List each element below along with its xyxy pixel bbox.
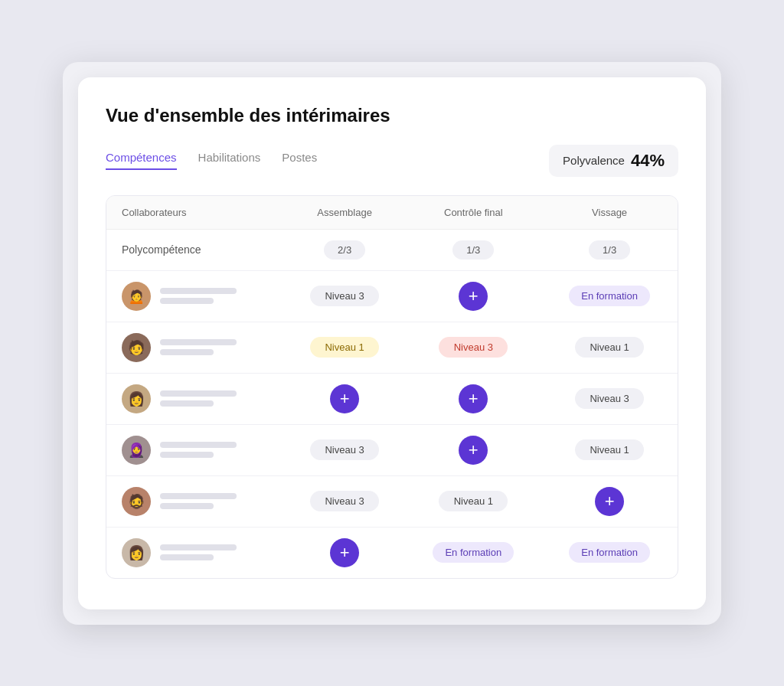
collaborateur-info: 🧑 [122, 333, 269, 362]
name-line-long [160, 544, 237, 550]
avatar: 🧕 [122, 436, 151, 465]
collaborateur-info: 👩 [122, 384, 269, 413]
polycompetence-vissage: 1/3 [541, 229, 678, 270]
name-line-long [160, 288, 237, 294]
table-row: 👩 + + Niveau 3 [106, 373, 678, 424]
level-badge: Niveau 3 [310, 286, 379, 306]
level-badge: Niveau 1 [575, 439, 644, 460]
add-skill-button[interactable]: + [459, 282, 488, 311]
level-badge: En formation [569, 542, 650, 563]
add-skill-button[interactable]: + [595, 487, 624, 516]
avatar: 🙍 [122, 282, 151, 311]
tab-postes[interactable]: Postes [282, 151, 317, 170]
cell-assemblage: Niveau 3 [284, 270, 406, 322]
level-badge: Niveau 3 [310, 491, 379, 511]
polycompetence-label: Polycompétence [106, 229, 284, 270]
cell-vissage: Niveau 3 [541, 373, 678, 424]
cell-vissage[interactable]: + [541, 475, 678, 527]
name-lines [160, 442, 237, 458]
col-controle: Contrôle final [405, 196, 541, 230]
polycompetence-row: Polycompétence 2/3 1/3 1/3 [106, 229, 678, 270]
skills-table: Collaborateurs Assemblage Contrôle final… [106, 196, 678, 578]
table-row: 🙍 Niveau 3 + En formation [106, 270, 678, 322]
cell-controle: En formation [405, 527, 541, 578]
level-badge: Niveau 3 [439, 337, 508, 358]
collaborateur-cell: 🧑 [106, 322, 284, 373]
polyvalence-value: 44% [631, 151, 665, 171]
main-card: Vue d'ensemble des intérimaires Compéten… [78, 77, 706, 609]
name-line-long [160, 390, 237, 397]
outer-card: Vue d'ensemble des intérimaires Compéten… [63, 62, 721, 625]
avatar: 👩 [122, 384, 151, 413]
level-badge: Niveau 3 [310, 439, 379, 460]
add-skill-button[interactable]: + [459, 436, 488, 465]
collaborateur-cell: 🧔 [106, 475, 284, 527]
collaborateur-cell: 🙍 [106, 270, 284, 322]
collaborateur-cell: 👩 [106, 373, 284, 424]
name-lines [160, 288, 237, 304]
tabs-container: Compétences Habilitations Postes [106, 151, 317, 170]
table-row: 🧔 Niveau 3 Niveau 1 + [106, 475, 678, 527]
avatar: 🧑 [122, 333, 151, 362]
level-badge: Niveau 1 [310, 337, 379, 358]
collaborateur-cell: 🧕 [106, 424, 284, 475]
add-skill-button[interactable]: + [459, 384, 488, 413]
cell-vissage: En formation [541, 527, 678, 578]
collaborateur-cell: 👩 [106, 527, 284, 578]
cell-assemblage: Niveau 3 [284, 424, 406, 475]
table-row: 👩 + En formation En formation [106, 527, 678, 578]
polyvalence-badge: Polyvalence 44% [549, 145, 678, 177]
tab-competences[interactable]: Compétences [106, 151, 177, 170]
col-collaborateurs: Collaborateurs [106, 196, 284, 230]
table-row: 🧕 Niveau 3 + Niveau 1 [106, 424, 678, 475]
collaborateur-info: 🧕 [122, 436, 269, 465]
name-line-short [160, 400, 214, 407]
level-badge: Niveau 1 [575, 337, 644, 358]
level-badge: En formation [569, 286, 650, 306]
name-line-short [160, 554, 214, 560]
tabs-row: Compétences Habilitations Postes Polyval… [106, 145, 678, 177]
name-line-long [160, 442, 237, 448]
page-title: Vue d'ensemble des intérimaires [106, 105, 678, 126]
level-badge: En formation [433, 542, 514, 563]
name-line-short [160, 349, 214, 355]
cell-vissage: Niveau 1 [541, 322, 678, 373]
collaborateur-info: 👩 [122, 538, 269, 567]
polyvalence-label: Polyvalence [563, 154, 625, 167]
name-line-short [160, 452, 214, 458]
cell-assemblage[interactable]: + [284, 373, 406, 424]
name-line-long [160, 339, 237, 345]
name-line-long [160, 493, 237, 499]
collaborateur-info: 🧔 [122, 487, 269, 516]
col-assemblage: Assemblage [284, 196, 406, 230]
cell-controle: Niveau 1 [405, 475, 541, 527]
name-lines [160, 339, 237, 355]
add-skill-button[interactable]: + [330, 384, 359, 413]
col-vissage: Vissage [541, 196, 678, 230]
polycompetence-assemblage: 2/3 [284, 229, 406, 270]
cell-assemblage: Niveau 1 [284, 322, 406, 373]
cell-vissage: Niveau 1 [541, 424, 678, 475]
name-line-short [160, 503, 214, 509]
table-wrapper: Collaborateurs Assemblage Contrôle final… [106, 195, 678, 579]
avatar: 👩 [122, 538, 151, 567]
level-badge: Niveau 1 [439, 491, 508, 511]
name-lines [160, 390, 237, 407]
name-line-short [160, 298, 214, 304]
cell-controle[interactable]: + [405, 270, 541, 322]
cell-controle[interactable]: + [405, 424, 541, 475]
cell-controle: Niveau 3 [405, 322, 541, 373]
cell-controle[interactable]: + [405, 373, 541, 424]
level-badge: Niveau 3 [575, 388, 644, 409]
name-lines [160, 544, 237, 560]
cell-assemblage[interactable]: + [284, 527, 406, 578]
tab-habilitations[interactable]: Habilitations [198, 151, 261, 170]
add-skill-button[interactable]: + [330, 538, 359, 567]
cell-vissage: En formation [541, 270, 678, 322]
table-header-row: Collaborateurs Assemblage Contrôle final… [106, 196, 678, 230]
cell-assemblage: Niveau 3 [284, 475, 406, 527]
avatar: 🧔 [122, 487, 151, 516]
collaborateur-info: 🙍 [122, 282, 269, 311]
name-lines [160, 493, 237, 509]
polycompetence-controle: 1/3 [405, 229, 541, 270]
